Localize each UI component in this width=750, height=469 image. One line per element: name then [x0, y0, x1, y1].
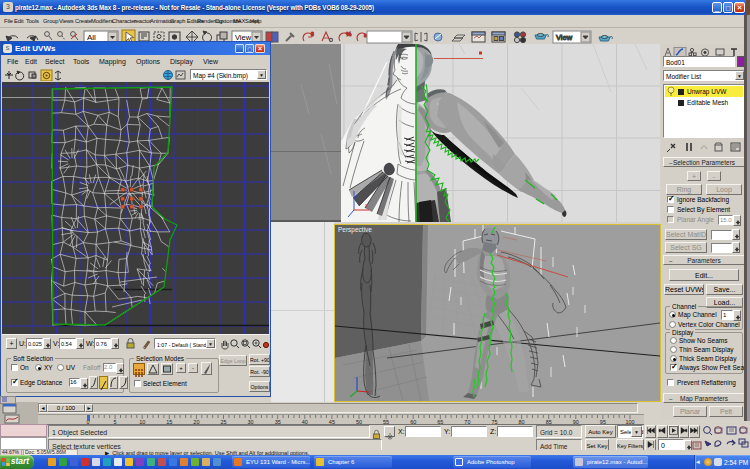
svg-text:3: 3	[311, 31, 314, 37]
svg-text:View: View	[556, 33, 573, 42]
svg-text:%: %	[346, 31, 352, 37]
